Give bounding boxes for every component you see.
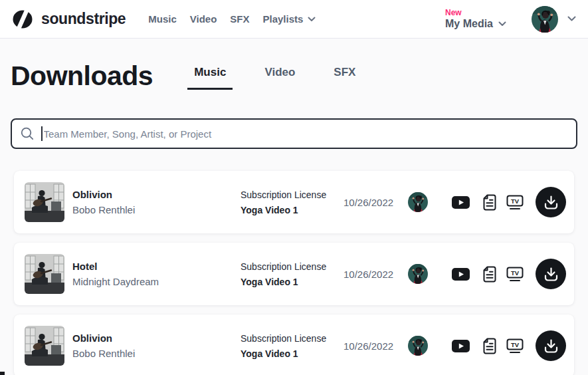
license-project: Yoga Video 1 <box>241 205 343 215</box>
tv-broadcast-button[interactable]: TV <box>506 195 524 210</box>
top-navigation-bar: soundstripe Music Video SFX Playlists Ne… <box>0 0 588 39</box>
chevron-down-icon <box>308 17 316 22</box>
download-row: Hotel Midnight Daydream Subscription Lic… <box>14 243 574 305</box>
tv-broadcast-icon: TV <box>506 195 524 210</box>
primary-nav-links: Music Video SFX Playlists <box>142 8 322 30</box>
brand-name: soundstripe <box>41 10 126 28</box>
song-artist-link[interactable]: Midnight Daydream <box>72 276 241 287</box>
text-cursor <box>41 126 43 141</box>
page-header: Downloads Music Video SFX <box>11 61 362 92</box>
my-media-label: My Media <box>445 18 493 30</box>
team-member-avatar[interactable] <box>408 192 428 212</box>
svg-text:TV: TV <box>511 269 520 276</box>
song-title: Oblivion <box>72 332 241 344</box>
nav-link-playlists[interactable]: Playlists <box>256 8 323 30</box>
screen-corner-artifact <box>0 372 5 375</box>
team-member-avatar[interactable] <box>408 264 428 284</box>
soundstripe-logo[interactable]: soundstripe <box>11 9 126 29</box>
download-date: 10/26/2022 <box>343 340 408 352</box>
youtube-icon <box>452 196 470 209</box>
search-bar[interactable] <box>11 118 577 149</box>
tv-broadcast-button[interactable]: TV <box>506 338 524 354</box>
youtube-icon <box>452 340 470 352</box>
youtube-icon <box>452 268 470 281</box>
my-media-menu[interactable]: New My Media <box>445 9 506 30</box>
team-member-avatar[interactable] <box>408 336 428 356</box>
download-row: Oblivion Bobo Renthlei Subscription Lice… <box>14 171 574 233</box>
nav-link-sfx[interactable]: SFX <box>223 8 256 30</box>
tv-broadcast-icon: TV <box>506 267 524 282</box>
tab-music[interactable]: Music <box>187 66 233 90</box>
downloads-page: Downloads Music Video SFX <box>0 39 588 375</box>
license-document-icon <box>483 194 496 211</box>
download-button[interactable] <box>536 187 566 217</box>
song-info: Oblivion Bobo Renthlei <box>72 332 241 359</box>
license-type: Subscription License <box>241 333 343 344</box>
tv-broadcast-button[interactable]: TV <box>506 267 524 282</box>
song-artwork[interactable] <box>25 326 64 366</box>
youtube-clearance-button[interactable] <box>452 340 470 352</box>
download-icon <box>543 195 559 210</box>
download-icon <box>543 338 559 354</box>
page-title: Downloads <box>11 61 153 92</box>
downloads-tabs: Music Video SFX <box>187 66 362 90</box>
avatar-image <box>532 6 558 33</box>
tv-broadcast-icon: TV <box>506 338 524 354</box>
soundstripe-logo-icon <box>11 9 35 29</box>
svg-text:TV: TV <box>511 340 520 348</box>
nav-link-video[interactable]: Video <box>183 8 224 30</box>
license-project: Yoga Video 1 <box>241 277 343 287</box>
license-info: Subscription License Yoga Video 1 <box>241 261 343 287</box>
avatar-image <box>408 192 428 212</box>
song-info: Oblivion Bobo Renthlei <box>72 189 241 215</box>
song-title: Hotel <box>72 261 241 272</box>
license-type: Subscription License <box>241 261 343 272</box>
license-document-icon <box>483 338 496 354</box>
tab-video[interactable]: Video <box>258 66 302 90</box>
search-input[interactable] <box>44 128 569 140</box>
download-button[interactable] <box>536 330 566 361</box>
song-info: Hotel Midnight Daydream <box>72 261 241 287</box>
download-date: 10/26/2022 <box>343 269 408 280</box>
avatar-image <box>408 264 428 284</box>
song-artist-link[interactable]: Bobo Renthlei <box>72 348 241 359</box>
account-chevron-down-icon[interactable] <box>567 16 576 22</box>
download-icon <box>543 267 559 282</box>
license-info: Subscription License Yoga Video 1 <box>241 333 343 359</box>
nav-link-music[interactable]: Music <box>142 8 183 30</box>
svg-text:TV: TV <box>511 197 520 204</box>
song-title: Oblivion <box>72 189 241 200</box>
download-button[interactable] <box>536 259 566 289</box>
license-info: Subscription License Yoga Video 1 <box>241 189 343 215</box>
song-artist-link[interactable]: Bobo Renthlei <box>72 204 241 215</box>
download-date: 10/26/2022 <box>343 197 408 208</box>
playlists-label: Playlists <box>263 13 304 25</box>
search-icon <box>20 126 35 141</box>
artwork-guitar-bw <box>25 182 64 222</box>
license-document-button[interactable] <box>483 266 496 283</box>
new-badge: New <box>445 9 462 17</box>
license-project: Yoga Video 1 <box>241 348 343 359</box>
user-avatar[interactable] <box>532 6 558 33</box>
license-document-button[interactable] <box>483 194 496 211</box>
chevron-down-icon <box>498 21 506 27</box>
tab-sfx[interactable]: SFX <box>327 66 362 90</box>
license-type: Subscription License <box>241 189 343 200</box>
song-artwork[interactable] <box>25 182 64 222</box>
license-document-icon <box>483 266 496 283</box>
artwork-guitar-bw <box>25 326 64 366</box>
license-document-button[interactable] <box>483 338 496 354</box>
song-artwork[interactable] <box>25 254 64 294</box>
download-row: Oblivion Bobo Renthlei Subscription Lice… <box>14 314 574 375</box>
youtube-clearance-button[interactable] <box>452 196 470 209</box>
avatar-image <box>408 336 428 356</box>
youtube-clearance-button[interactable] <box>452 268 470 281</box>
downloads-list: Oblivion Bobo Renthlei Subscription Lice… <box>14 171 574 375</box>
artwork-guitar-bw <box>25 254 64 294</box>
